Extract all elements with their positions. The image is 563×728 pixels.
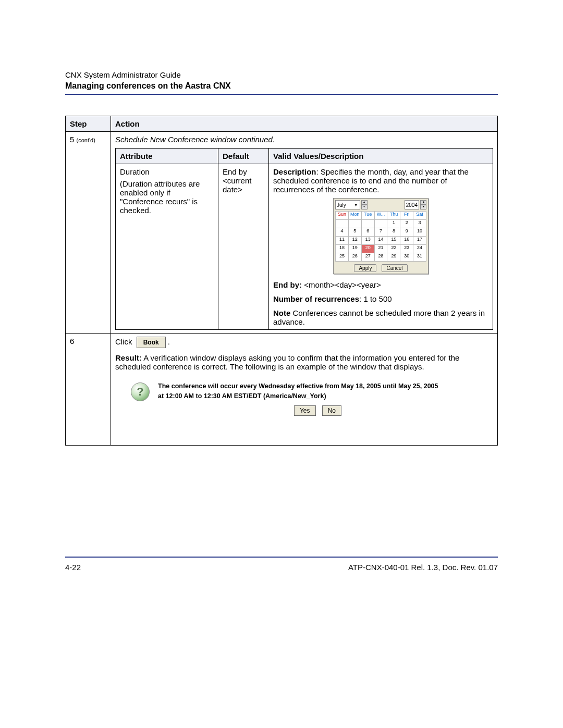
step-number-cell: 5 (cont'd) bbox=[66, 132, 111, 334]
calendar-day[interactable]: 4 bbox=[336, 228, 349, 237]
step-contd: (cont'd) bbox=[77, 137, 95, 143]
calendar-day[interactable]: 17 bbox=[413, 237, 426, 245]
month-value: July bbox=[337, 202, 346, 208]
calendar-day[interactable]: 23 bbox=[400, 245, 413, 253]
step-number-cell: 6 bbox=[66, 334, 111, 446]
year-value: 2004 bbox=[406, 202, 418, 208]
book-button[interactable]: Book bbox=[137, 337, 166, 348]
month-select[interactable]: July ▼ bbox=[335, 200, 360, 209]
calendar-day[interactable]: 5 bbox=[348, 228, 361, 237]
col-action: Action bbox=[111, 116, 498, 132]
cancel-button[interactable]: Cancel bbox=[382, 264, 407, 272]
calendar-day-selected[interactable]: 20 bbox=[361, 245, 374, 253]
calendar-day[interactable]: 7 bbox=[374, 228, 387, 237]
question-icon: ? bbox=[131, 382, 150, 401]
calendar-week: 18 19 20 21 22 23 24 bbox=[336, 245, 426, 253]
inner-header-row: Attribute Default Valid Values/Descripti… bbox=[116, 149, 493, 164]
endby-label: End by: bbox=[273, 280, 302, 289]
calendar-day[interactable]: 22 bbox=[387, 245, 400, 253]
calendar-day[interactable]: 28 bbox=[374, 253, 387, 262]
calendar-day[interactable]: 1 bbox=[387, 220, 400, 228]
confirmation-body: The conference will occur every Wednesda… bbox=[158, 381, 478, 416]
calendar-day[interactable] bbox=[336, 220, 349, 228]
calendar-day[interactable]: 9 bbox=[400, 228, 413, 237]
calendar-day[interactable]: 6 bbox=[361, 228, 374, 237]
attr-name: Duration bbox=[120, 167, 214, 176]
endby-value: <month><day><year> bbox=[302, 280, 381, 289]
calendar-day[interactable]: 25 bbox=[336, 253, 349, 262]
dow: W... bbox=[374, 212, 387, 220]
action-intro: Schedule New Conference window continued… bbox=[115, 135, 275, 144]
calendar-day[interactable]: 24 bbox=[413, 245, 426, 253]
numrec-value: : 1 to 500 bbox=[359, 294, 392, 303]
spinner-up-icon: ▴ bbox=[361, 200, 368, 205]
result-label: Result: bbox=[115, 353, 142, 362]
calendar-day[interactable] bbox=[361, 220, 374, 228]
click-text: Click bbox=[115, 337, 132, 346]
inner-row: Duration (Duration attributes are enable… bbox=[116, 164, 493, 330]
calendar-day[interactable]: 30 bbox=[400, 253, 413, 262]
attr-note: (Duration attributes are enabled only if… bbox=[120, 179, 214, 215]
calendar-day[interactable]: 14 bbox=[374, 237, 387, 245]
confirmation-dialog: ? The conference will occur every Wednes… bbox=[131, 381, 478, 416]
calendar-week: 4 5 6 7 8 9 10 bbox=[336, 228, 426, 237]
year-spinner[interactable]: ▴ ▾ bbox=[420, 200, 426, 209]
calendar-day[interactable]: 15 bbox=[387, 237, 400, 245]
calendar-grid: Sun Mon Tue W... Thu Fri Sat bbox=[335, 211, 426, 262]
calendar-day[interactable] bbox=[348, 220, 361, 228]
calendar-day[interactable]: 31 bbox=[413, 253, 426, 262]
calendar-day[interactable]: 16 bbox=[400, 237, 413, 245]
dow: Mon bbox=[348, 212, 361, 220]
calendar-day[interactable]: 27 bbox=[361, 253, 374, 262]
step-number: 5 bbox=[70, 135, 74, 144]
dow: Tue bbox=[361, 212, 374, 220]
spinner-down-icon: ▾ bbox=[361, 205, 368, 209]
calendar-day[interactable]: 26 bbox=[348, 253, 361, 262]
page-number: 4-22 bbox=[65, 563, 81, 572]
calendar-header: July ▼ ▴ ▾ bbox=[335, 200, 426, 209]
calendar-week: 11 12 13 14 15 16 17 bbox=[336, 237, 426, 245]
calendar-day[interactable]: 10 bbox=[413, 228, 426, 237]
page-footer: 4-22 ATP-CNX-040-01 Rel. 1.3, Doc. Rev. … bbox=[65, 557, 498, 572]
calendar-day[interactable]: 29 bbox=[387, 253, 400, 262]
click-line: Click Book. bbox=[115, 337, 493, 348]
calendar-day[interactable]: 18 bbox=[336, 245, 349, 253]
no-button[interactable]: No bbox=[322, 405, 341, 416]
calendar-week: 1 2 3 bbox=[336, 220, 426, 228]
table-header-row: Step Action bbox=[66, 116, 498, 132]
table-row: 6 Click Book. Result: A verification win… bbox=[66, 334, 498, 446]
calendar-day[interactable]: 21 bbox=[374, 245, 387, 253]
desc-line: Description: Specifies the month, day, a… bbox=[273, 167, 488, 194]
attr-cell: Duration (Duration attributes are enable… bbox=[116, 164, 218, 330]
section-title: Managing conferences on the Aastra CNX bbox=[65, 81, 498, 91]
action-cell: Schedule New Conference window continued… bbox=[111, 132, 498, 334]
calendar-day[interactable]: 12 bbox=[348, 237, 361, 245]
chevron-down-icon: ▼ bbox=[353, 202, 359, 208]
footer-rule bbox=[65, 557, 498, 558]
dow: Thu bbox=[387, 212, 400, 220]
apply-button[interactable]: Apply bbox=[354, 264, 376, 272]
col-step: Step bbox=[66, 116, 111, 132]
col-default: Default bbox=[218, 149, 269, 164]
spinner-up-icon: ▴ bbox=[420, 200, 426, 205]
calendar-day[interactable] bbox=[374, 220, 387, 228]
running-header: CNX System Administrator Guide bbox=[65, 70, 498, 79]
calendar-day[interactable]: 8 bbox=[387, 228, 400, 237]
endby-line: End by: <month><day><year> bbox=[273, 280, 488, 289]
calendar-day[interactable]: 3 bbox=[413, 220, 426, 228]
yes-button[interactable]: Yes bbox=[294, 405, 316, 416]
yes-no-row: Yes No bbox=[158, 405, 478, 416]
calendar-day[interactable]: 2 bbox=[400, 220, 413, 228]
calendar-buttons: Apply Cancel bbox=[335, 264, 426, 272]
desc-label: Description bbox=[273, 167, 316, 176]
dow: Sat bbox=[413, 212, 426, 220]
calendar-day[interactable]: 13 bbox=[361, 237, 374, 245]
confirm-line2: at 12:00 AM to 12:30 AM EST/EDT (America… bbox=[158, 391, 478, 401]
calendar-week: 25 26 27 28 29 30 31 bbox=[336, 253, 426, 262]
document-page: CNX System Administrator Guide Managing … bbox=[0, 0, 563, 728]
calendar-day[interactable]: 11 bbox=[336, 237, 349, 245]
month-spinner[interactable]: ▴ ▾ bbox=[361, 200, 368, 209]
calendar-day[interactable]: 19 bbox=[348, 245, 361, 253]
year-select[interactable]: 2004 bbox=[405, 200, 419, 209]
note-line: Note Conferences cannot be scheduled mor… bbox=[273, 309, 488, 326]
